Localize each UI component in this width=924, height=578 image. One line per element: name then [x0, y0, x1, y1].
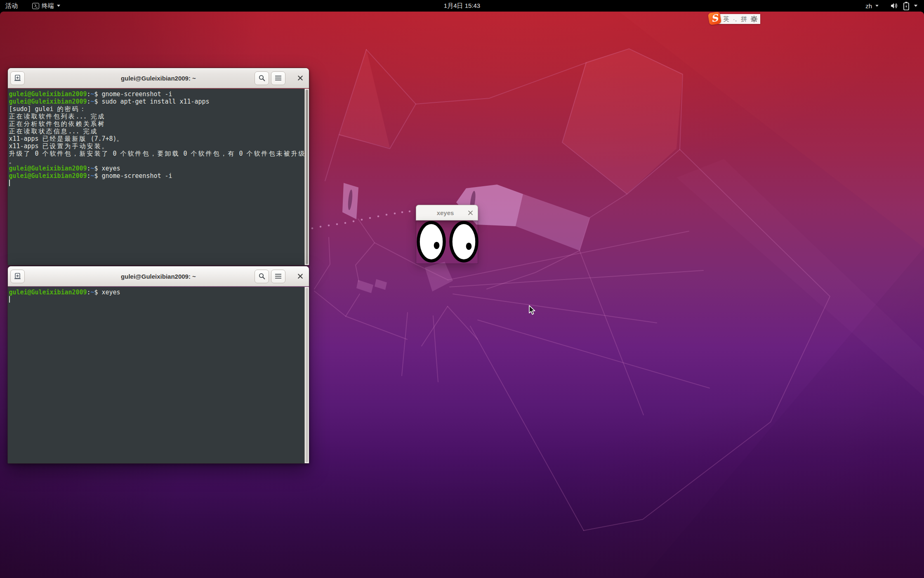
terminal-text-segment: 正 — [9, 120, 16, 128]
terminal-text-segment: 升 — [9, 150, 16, 157]
terminal1-titlebar[interactable]: gulei@Guleixibian2009: ~ — [8, 68, 309, 88]
terminal-text-segment: 0 — [31, 150, 42, 157]
terminal-line: 升级了 0 个软件包，新安装了 0 个软件包，要卸载 0 个软件包，有 0 个软… — [9, 150, 305, 157]
sogou-mode-english[interactable]: 英 — [723, 15, 729, 23]
xeyes-titlebar[interactable]: xeyes — [416, 205, 478, 220]
terminal-text-segment: xeyes — [102, 289, 120, 296]
terminal-text-segment: 个 — [120, 150, 128, 157]
terminal-text-segment: : — [87, 165, 91, 172]
chevron-down-icon — [914, 5, 918, 7]
app-menu[interactable]: 终端 — [23, 0, 66, 12]
terminal-text-segment: 0 — [180, 150, 191, 157]
close-icon — [468, 210, 473, 216]
terminal-text-segment: 读 — [24, 113, 31, 120]
terminal-text-segment: 包 — [65, 150, 72, 157]
terminal-text-segment: 在 — [16, 120, 24, 128]
keyboard-layout-label: zh — [865, 2, 872, 9]
terminal-line — [9, 296, 305, 303]
terminal-text-segment: 设 — [50, 142, 57, 150]
scrollbar-thumb[interactable] — [306, 90, 308, 264]
terminal-text-segment: 分 — [24, 120, 31, 128]
terminal-text-segment: 。 — [9, 157, 16, 165]
terminal-text-segment: gulei@Guleixibian2009 — [9, 98, 87, 105]
xeyes-title: xeyes — [429, 209, 462, 216]
activities-button[interactable]: 活动 — [0, 0, 23, 12]
terminal1-text: gulei@Guleixibian2009:~$ gnome-screensho… — [8, 89, 304, 265]
terminal-text-segment: 件 — [206, 150, 213, 157]
terminal-text-segment: gulei@Guleixibian2009 — [9, 289, 87, 296]
terminal-text-segment: 件 — [135, 150, 143, 157]
terminal-text-segment: 为 — [65, 142, 72, 150]
sogou-punctuation-mode[interactable]: ·, — [733, 16, 737, 22]
sogou-logo[interactable]: S — [708, 12, 721, 25]
terminal-text-segment: 件 — [57, 150, 65, 157]
terminal-text-segment: 软 — [39, 113, 46, 120]
terminal-text-segment: x11-apps — [9, 135, 42, 142]
new-tab-icon — [14, 273, 21, 280]
terminal-text-segment: ~ — [91, 289, 94, 296]
close-button[interactable] — [295, 271, 306, 282]
terminal-text-segment: 在 — [16, 128, 24, 135]
new-tab-button[interactable] — [10, 270, 25, 283]
activities-label: 活动 — [5, 2, 18, 10]
terminal1-screen[interactable]: gulei@Guleixibian2009:~$ gnome-screensho… — [8, 89, 309, 265]
terminal-text-segment: 包 — [213, 150, 221, 157]
xeyes-close-button[interactable] — [465, 207, 476, 218]
terminal-text-segment: : — [87, 289, 91, 296]
gnome-top-bar: 活动 终端 1月4日 15:43 zh — [0, 0, 924, 12]
terminal-text-segment: 手 — [72, 142, 80, 150]
topbar-left-section: 活动 终端 — [0, 0, 66, 12]
terminal-text-segment: $ — [94, 172, 102, 180]
terminal-text-segment: 依 — [68, 120, 76, 128]
terminal-text-segment: ~ — [91, 90, 94, 98]
terminal-text-segment: 软 — [198, 150, 206, 157]
terminal-line: x11-apps 已经是最新版 (7.7+8)。 — [9, 135, 305, 142]
new-tab-icon — [14, 75, 21, 81]
sogou-settings[interactable] — [751, 16, 757, 22]
system-menu[interactable] — [910, 0, 924, 12]
terminal-text-segment: 的 — [57, 105, 65, 113]
terminal-line: gulei@Guleixibian2009:~$ gnome-screensho… — [9, 90, 305, 98]
terminal-text-segment: 成 — [91, 128, 98, 135]
terminal1-scrollbar[interactable] — [304, 89, 309, 265]
terminal-line: 正在读取状态信息... 完成 — [9, 128, 305, 135]
menu-button[interactable] — [271, 71, 285, 85]
terminal2-scrollbar[interactable] — [304, 287, 309, 463]
close-button[interactable] — [295, 73, 306, 83]
menu-button[interactable] — [271, 270, 285, 283]
mouse-cursor — [528, 305, 537, 316]
xeyes-window-body — [416, 220, 478, 264]
sogou-mode-pinyin[interactable]: 拼 — [741, 15, 747, 23]
keyboard-layout-indicator[interactable]: zh — [860, 0, 886, 12]
terminal-text-segment: 取 — [31, 113, 39, 120]
clock[interactable]: 1月4日 15:43 — [444, 2, 480, 10]
volume-indicator[interactable] — [886, 0, 900, 12]
terminal-text-segment: 密 — [65, 105, 72, 113]
terminal-text-segment: 正 — [9, 128, 16, 135]
terminal-text-segment: $ — [94, 289, 102, 296]
speaker-icon — [891, 2, 898, 9]
new-tab-button[interactable] — [10, 71, 25, 85]
terminal-text-segment: 的 — [61, 120, 68, 128]
terminal-text-segment: 了 — [24, 150, 31, 157]
scrollbar-thumb[interactable] — [306, 288, 308, 462]
terminal-text-segment: $ — [94, 98, 102, 105]
terminal-text-segment: 析 — [31, 120, 39, 128]
terminal-text-segment: 。 — [117, 135, 124, 142]
terminal-text-segment: 经 — [50, 135, 57, 142]
terminal-text-segment: 树 — [98, 120, 106, 128]
terminal-text-segment: 包 — [54, 113, 61, 120]
terminal2-screen[interactable]: gulei@Guleixibian2009:~$ xeyes — [8, 287, 309, 463]
battery-indicator[interactable] — [900, 0, 910, 12]
terminal-text-segment: 个 — [247, 150, 254, 157]
terminal2-titlebar[interactable]: gulei@Guleixibian2009: ~ — [8, 266, 309, 287]
terminal-text-segment: 取 — [31, 128, 39, 135]
left-pupil — [434, 242, 440, 249]
terminal-text-segment: x11-apps — [9, 142, 42, 150]
panel-corner-right — [921, 12, 924, 15]
sogou-status-bar: 英 ·, 拼 — [718, 14, 760, 24]
terminal-line: 正在分析软件包的依赖关系树 — [9, 120, 305, 128]
terminal-text-segment: 关 — [83, 120, 91, 128]
terminal-text-segment: 软 — [254, 150, 262, 157]
terminal-text-segment: 包 — [269, 150, 276, 157]
